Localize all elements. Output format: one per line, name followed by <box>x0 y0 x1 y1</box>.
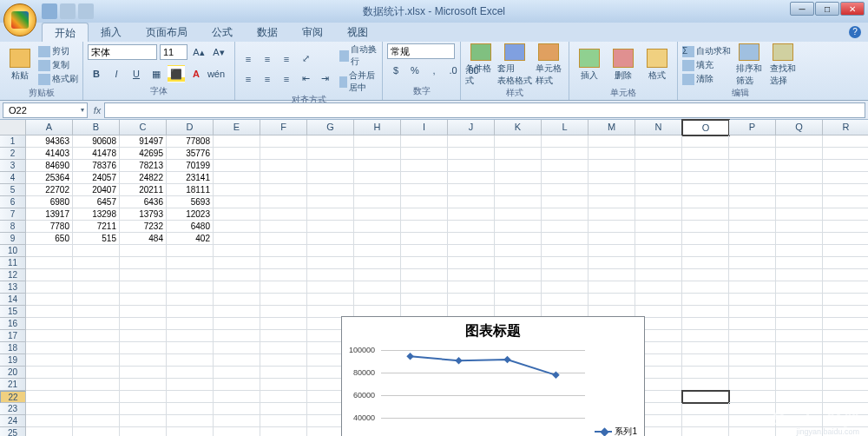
row-header[interactable]: 15 <box>0 306 26 318</box>
redo-icon[interactable] <box>78 3 94 19</box>
cell[interactable] <box>260 233 307 245</box>
cell[interactable] <box>73 245 120 257</box>
row-header[interactable]: 2 <box>0 148 26 160</box>
cell[interactable] <box>682 257 729 269</box>
cell[interactable] <box>682 354 729 367</box>
cell[interactable]: 7232 <box>120 221 167 233</box>
row-header[interactable]: 8 <box>0 221 26 233</box>
cell[interactable] <box>542 281 589 294</box>
cell[interactable] <box>729 245 776 257</box>
cell[interactable] <box>729 342 776 354</box>
cell[interactable] <box>635 196 682 208</box>
cell[interactable] <box>214 269 260 281</box>
cell[interactable] <box>354 184 401 196</box>
cell[interactable] <box>73 367 120 379</box>
cell[interactable] <box>307 135 354 148</box>
cell[interactable] <box>495 233 542 245</box>
cell[interactable] <box>823 245 868 257</box>
cell[interactable] <box>448 221 495 233</box>
cell[interactable] <box>635 172 682 184</box>
cell[interactable] <box>682 391 729 403</box>
cell[interactable]: 70199 <box>167 160 214 172</box>
tab-data[interactable]: 数据 <box>245 23 290 42</box>
cell[interactable] <box>260 184 307 196</box>
row-header[interactable]: 9 <box>0 233 26 245</box>
cell[interactable] <box>214 415 260 427</box>
cell[interactable] <box>682 427 729 436</box>
cell[interactable] <box>589 196 635 208</box>
cell[interactable] <box>635 135 682 148</box>
cell[interactable] <box>214 196 260 208</box>
cell[interactable] <box>729 233 776 245</box>
cell[interactable] <box>682 281 729 294</box>
cell[interactable] <box>729 427 776 436</box>
phonetic-button[interactable]: wén <box>207 65 225 83</box>
cell[interactable] <box>823 342 868 354</box>
cell[interactable]: 7211 <box>73 221 120 233</box>
cell[interactable] <box>260 172 307 184</box>
cell[interactable] <box>260 208 307 221</box>
column-header[interactable]: O <box>682 120 729 135</box>
cell[interactable] <box>260 330 307 342</box>
cell[interactable] <box>354 221 401 233</box>
cell[interactable] <box>214 294 260 306</box>
cell[interactable] <box>26 403 73 415</box>
indent-dec-icon[interactable]: ⇤ <box>297 70 314 88</box>
fill-button[interactable]: 填充 <box>682 59 731 71</box>
cell[interactable] <box>729 135 776 148</box>
cell[interactable] <box>542 148 589 160</box>
cell[interactable] <box>260 391 307 403</box>
cell[interactable] <box>729 318 776 330</box>
cell[interactable] <box>542 172 589 184</box>
cell[interactable] <box>589 135 635 148</box>
cell[interactable] <box>214 172 260 184</box>
cell[interactable] <box>589 245 635 257</box>
tab-formula[interactable]: 公式 <box>200 23 245 42</box>
cell[interactable]: 91497 <box>120 135 167 148</box>
merge-center-button[interactable]: 合并后居中 <box>339 69 378 94</box>
cell[interactable] <box>729 403 776 415</box>
cell[interactable] <box>214 233 260 245</box>
fx-icon[interactable]: fx <box>90 105 104 116</box>
cell[interactable] <box>542 160 589 172</box>
cell[interactable] <box>120 306 167 318</box>
cell[interactable] <box>260 342 307 354</box>
cell[interactable] <box>776 354 823 367</box>
cell[interactable] <box>682 135 729 148</box>
format-cells-button[interactable]: 格式 <box>641 43 673 87</box>
plot-area[interactable]: 020000400006000080000100000 <box>381 350 585 436</box>
cell[interactable] <box>26 306 73 318</box>
cell[interactable] <box>214 184 260 196</box>
cell[interactable] <box>214 330 260 342</box>
tab-home[interactable]: 开始 <box>42 23 89 42</box>
cell[interactable] <box>776 257 823 269</box>
cell[interactable] <box>73 330 120 342</box>
spreadsheet-grid[interactable]: ABCDEFGHIJKLMNOPQR 123456789101112131415… <box>0 120 868 436</box>
cell[interactable] <box>167 403 214 415</box>
tab-insert[interactable]: 插入 <box>89 23 134 42</box>
cell[interactable] <box>589 269 635 281</box>
cell[interactable] <box>495 160 542 172</box>
cell[interactable] <box>26 294 73 306</box>
cell[interactable] <box>448 245 495 257</box>
cell[interactable] <box>635 233 682 245</box>
cell[interactable] <box>73 403 120 415</box>
cell[interactable] <box>307 208 354 221</box>
cell[interactable] <box>495 148 542 160</box>
cell[interactable] <box>729 367 776 379</box>
cell[interactable] <box>401 294 448 306</box>
cell[interactable] <box>682 379 729 391</box>
cell[interactable]: 515 <box>73 233 120 245</box>
cell[interactable] <box>214 342 260 354</box>
cell[interactable] <box>495 281 542 294</box>
cell[interactable] <box>401 233 448 245</box>
cell[interactable] <box>401 196 448 208</box>
cell[interactable] <box>167 269 214 281</box>
cell[interactable] <box>214 318 260 330</box>
cell[interactable] <box>495 269 542 281</box>
cell[interactable] <box>73 294 120 306</box>
number-format-select[interactable] <box>387 43 455 59</box>
underline-button[interactable]: U <box>128 65 145 83</box>
cell[interactable] <box>448 160 495 172</box>
cell[interactable] <box>260 196 307 208</box>
